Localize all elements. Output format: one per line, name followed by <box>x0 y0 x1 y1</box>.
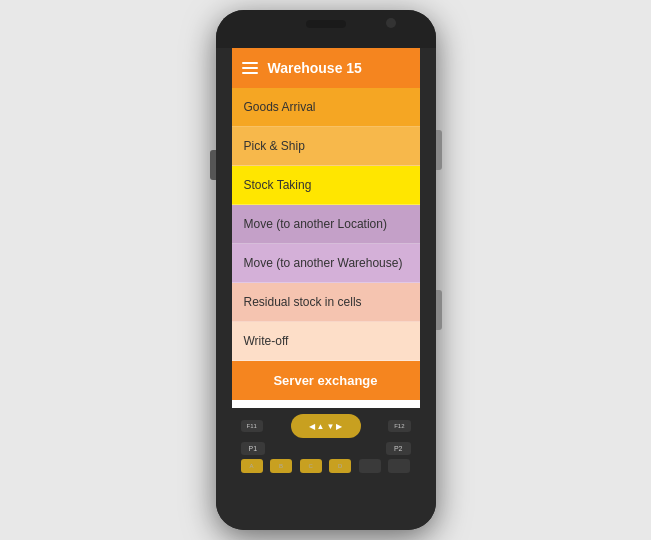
menu-item-write-off[interactable]: Write-off <box>232 322 420 361</box>
key-c[interactable]: C <box>300 459 322 473</box>
menu-item-goods-arrival[interactable]: Goods Arrival <box>232 88 420 127</box>
f11-button[interactable]: F11 <box>241 420 263 432</box>
key-b[interactable]: B <box>270 459 292 473</box>
arrow-left[interactable]: ◀ <box>309 422 315 431</box>
screen: Warehouse 15 Goods ArrivalPick & ShipSto… <box>232 48 420 408</box>
key-extra[interactable] <box>359 459 381 473</box>
key-row: A B C D <box>241 459 411 473</box>
scanner-device: Warehouse 15 Goods ArrivalPick & ShipSto… <box>216 10 436 530</box>
menu-item-residual-stock[interactable]: Residual stock in cells <box>232 283 420 322</box>
arrow-up[interactable]: ▲ <box>317 422 325 431</box>
menu-item-move-location[interactable]: Move (to another Location) <box>232 205 420 244</box>
nav-cluster[interactable]: ◀ ▲ ▼ ▶ <box>291 414 361 438</box>
menu-item-pick-ship[interactable]: Pick & Ship <box>232 127 420 166</box>
menu-item-move-warehouse[interactable]: Move (to another Warehouse) <box>232 244 420 283</box>
side-button-right-top[interactable] <box>436 130 442 170</box>
hamburger-icon[interactable] <box>242 62 258 74</box>
side-button-right-bottom[interactable] <box>436 290 442 330</box>
p-row: P1 P2 <box>241 442 411 455</box>
server-exchange-button[interactable]: Server exchange <box>232 361 420 400</box>
menu-item-stock-taking[interactable]: Stock Taking <box>232 166 420 205</box>
fn-row: F11 ◀ ▲ ▼ ▶ F12 <box>241 414 411 438</box>
side-button-left[interactable] <box>210 150 216 180</box>
key-d[interactable]: D <box>329 459 351 473</box>
p1-button[interactable]: P1 <box>241 442 266 455</box>
arrow-right[interactable]: ▶ <box>336 422 342 431</box>
app-header: Warehouse 15 <box>232 48 420 88</box>
key-a[interactable]: A <box>241 459 263 473</box>
p2-button[interactable]: P2 <box>386 442 411 455</box>
arrow-down[interactable]: ▼ <box>327 422 335 431</box>
f12-button[interactable]: F12 <box>388 420 410 432</box>
menu-list: Goods ArrivalPick & ShipStock TakingMove… <box>232 88 420 361</box>
key-extra2[interactable] <box>388 459 410 473</box>
device-bottom: F11 ◀ ▲ ▼ ▶ F12 P1 P2 A B C D <box>216 408 436 530</box>
device-top <box>216 10 436 48</box>
app-title: Warehouse 15 <box>268 60 362 76</box>
